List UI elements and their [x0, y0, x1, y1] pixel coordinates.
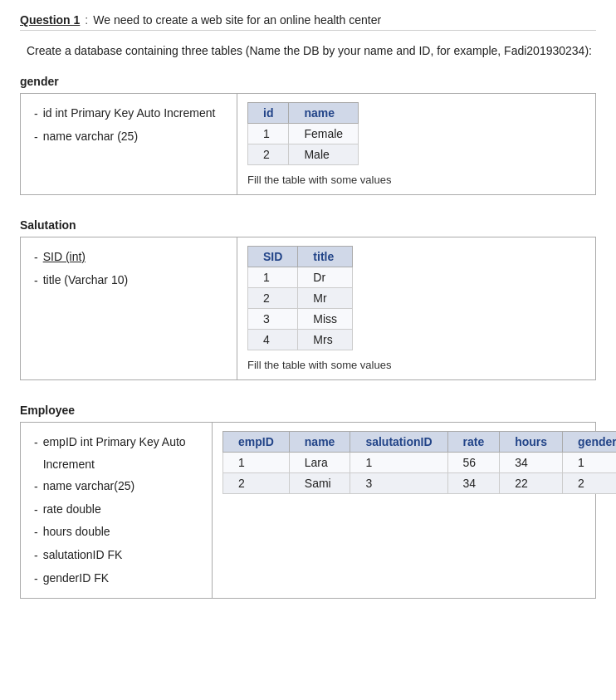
- table-row: 3Miss: [248, 309, 353, 330]
- table-header-row: SID title: [248, 247, 353, 267]
- col-name: name: [289, 103, 359, 124]
- list-item: SID (int): [34, 246, 223, 269]
- salutation-fields: SID (int) title (Varchar 10): [21, 237, 237, 379]
- col-rate: rate: [447, 432, 500, 453]
- table-row: 2Mr: [248, 288, 353, 309]
- gender-fill-note: Fill the table with some values: [247, 174, 585, 186]
- list-item: empID int Primary Key Auto Increment: [34, 431, 198, 475]
- col-empid: empID: [223, 432, 290, 453]
- employee-box: empID int Primary Key Auto Increment nam…: [20, 422, 596, 599]
- list-item: title (Varchar 10): [34, 269, 223, 292]
- table-row: 4Mrs: [248, 330, 353, 350]
- col-sid: SID: [248, 247, 298, 267]
- table-header-row: empID name salutationID rate hours gende…: [223, 432, 617, 453]
- question-header: Question 1 : We need to create a web sit…: [20, 13, 596, 31]
- list-item: name varchar(25): [34, 475, 198, 498]
- col-id: id: [248, 103, 289, 124]
- employee-table: empID name salutationID rate hours gende…: [222, 431, 616, 494]
- gender-box: id int Primary Key Auto Increment name v…: [20, 93, 596, 195]
- table-row: 2Male: [248, 144, 359, 165]
- list-item: genderID FK: [34, 567, 198, 590]
- gender-section: gender id int Primary Key Auto Increment…: [20, 75, 596, 195]
- gender-fields: id int Primary Key Auto Increment name v…: [21, 94, 237, 194]
- salutation-table-area: SID title 1Dr2Mr3Miss4Mrs Fill the table…: [237, 237, 595, 379]
- salutation-box: SID (int) title (Varchar 10) SID title 1…: [20, 237, 596, 380]
- question-number: Question 1: [20, 13, 80, 27]
- employee-table-area: empID name salutationID rate hours gende…: [212, 423, 616, 598]
- salutation-fill-note: Fill the table with some values: [247, 359, 585, 371]
- intro-text: Create a database containing three table…: [20, 42, 596, 60]
- list-item: rate double: [34, 498, 198, 521]
- table-row: 1Female: [248, 124, 359, 144]
- gender-table-area: id name 1Female2Male Fill the table with…: [237, 94, 595, 194]
- col-hours: hours: [500, 432, 563, 453]
- salutation-section: Salutation SID (int) title (Varchar 10) …: [20, 218, 596, 380]
- col-name: name: [289, 432, 350, 453]
- question-separator: :: [85, 13, 88, 27]
- gender-title: gender: [20, 75, 596, 88]
- col-genderid: genderID: [563, 432, 616, 453]
- salutation-table: SID title 1Dr2Mr3Miss4Mrs: [247, 246, 353, 350]
- question-text: We need to create a web site for an onli…: [93, 13, 381, 27]
- table-row: 1Lara156341: [223, 453, 617, 473]
- col-salutationid: salutationID: [350, 432, 447, 453]
- col-title: title: [298, 247, 353, 267]
- employee-section: Employee empID int Primary Key Auto Incr…: [20, 404, 596, 599]
- table-row: 1Dr: [248, 267, 353, 288]
- list-item: hours double: [34, 521, 198, 544]
- list-item: id int Primary Key Auto Increment: [34, 102, 223, 125]
- employee-fields: empID int Primary Key Auto Increment nam…: [21, 423, 212, 598]
- gender-table: id name 1Female2Male: [247, 102, 359, 165]
- employee-title: Employee: [20, 404, 596, 417]
- list-item: name varchar (25): [34, 125, 223, 149]
- table-header-row: id name: [248, 103, 359, 124]
- salutation-title: Salutation: [20, 218, 596, 232]
- table-row: 2Sami334222: [223, 473, 617, 494]
- list-item: salutationID FK: [34, 544, 198, 567]
